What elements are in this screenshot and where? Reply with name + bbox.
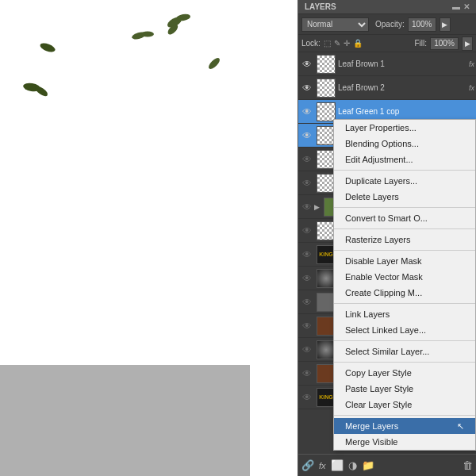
lock-transparent-icon[interactable]: ⬚ — [324, 39, 331, 48]
visibility-toggle[interactable]: 👁 — [300, 224, 314, 238]
layer-item[interactable]: 👁 Leaf Brown 2 fx — [298, 76, 476, 100]
fx-icon[interactable]: fx — [319, 461, 326, 470]
ctx-clear-style[interactable]: Clear Layer Style — [334, 397, 475, 413]
svg-point-3 — [22, 82, 40, 93]
panel-controls-icons: ▬ ✕ — [452, 2, 470, 11]
ctx-duplicate-layers[interactable]: Duplicate Layers... — [334, 173, 475, 189]
cursor-indicator: ↖ — [457, 421, 464, 432]
lock-position-icon[interactable]: ✎ — [334, 39, 340, 48]
folder-arrow-icon[interactable]: ▶ — [314, 203, 320, 211]
ctx-edit-adjustment[interactable]: Edit Adjustment... — [334, 152, 475, 167]
fx-badge: fx — [469, 60, 474, 68]
panel-title: LAYERS — [305, 2, 336, 11]
ctx-divider — [334, 362, 475, 363]
lock-move-icon[interactable]: ✛ — [344, 39, 350, 48]
minimize-icon[interactable]: ▬ — [452, 2, 460, 11]
ctx-merge-visible[interactable]: Merge Visible — [334, 434, 475, 450]
visibility-toggle[interactable]: 👁 — [300, 248, 314, 262]
layer-name: Leaf Green 1 cop — [338, 107, 474, 116]
mask-icon[interactable]: ⬜ — [331, 459, 344, 471]
close-icon[interactable]: ✕ — [463, 2, 470, 11]
ctx-delete-layers[interactable]: Delete Layers — [334, 189, 475, 205]
blend-mode-select[interactable]: Normal — [301, 17, 369, 32]
layer-thumbnail — [317, 79, 336, 98]
visibility-toggle[interactable]: 👁 — [300, 176, 314, 190]
layer-thumbnail — [317, 102, 336, 121]
visibility-toggle[interactable]: 👁 — [300, 367, 314, 381]
ctx-divider — [334, 250, 475, 251]
svg-point-0 — [166, 15, 183, 30]
visibility-toggle[interactable]: 👁 — [300, 152, 314, 167]
ctx-divider — [334, 170, 475, 171]
fx-badge: fx — [469, 84, 474, 92]
ctx-blending-options[interactable]: Blending Options... — [334, 136, 475, 152]
visibility-toggle[interactable]: 👁 — [300, 343, 314, 357]
ctx-divider — [334, 303, 475, 304]
ctx-select-linked[interactable]: Select Linked Laye... — [334, 322, 475, 338]
ctx-divider — [334, 228, 475, 229]
ctx-layer-properties[interactable]: Layer Properties... — [334, 120, 475, 136]
fill-input[interactable] — [430, 37, 459, 50]
visibility-toggle[interactable]: 👁 — [300, 271, 314, 286]
ctx-create-clipping[interactable]: Create Clipping M... — [334, 285, 475, 301]
ctx-merge-layers[interactable]: Merge Layers ↖ — [334, 418, 475, 434]
visibility-toggle[interactable]: 👁 — [300, 105, 314, 119]
opacity-input[interactable] — [408, 17, 436, 32]
visibility-toggle[interactable]: 👁 — [300, 319, 314, 333]
svg-point-7 — [131, 31, 146, 40]
svg-point-1 — [176, 13, 191, 21]
ctx-convert-smart[interactable]: Convert to Smart O... — [334, 210, 475, 226]
svg-point-8 — [141, 32, 154, 37]
ctx-select-similar[interactable]: Select Similar Layer... — [334, 344, 475, 359]
visibility-toggle[interactable]: 👁 — [300, 295, 314, 309]
canvas-bottom — [0, 365, 250, 476]
ctx-divider — [334, 415, 475, 416]
ctx-divider — [334, 207, 475, 208]
lock-label: Lock: — [301, 39, 321, 48]
ctx-disable-layer-mask[interactable]: Disable Layer Mask — [334, 253, 475, 269]
ctx-paste-style[interactable]: Paste Layer Style — [334, 381, 475, 397]
layer-name: Leaf Brown 2 — [338, 83, 467, 92]
visibility-toggle[interactable]: 👁 — [300, 57, 314, 71]
svg-point-2 — [166, 23, 179, 36]
ctx-divider — [334, 340, 475, 341]
lock-all-icon[interactable]: 🔒 — [353, 39, 363, 48]
blend-opacity-row: Normal Opacity: ▶ — [298, 14, 476, 35]
visibility-toggle[interactable]: 👁 — [300, 390, 314, 405]
layer-name: Leaf Brown 1 — [338, 60, 467, 68]
canvas-area — [0, 0, 250, 476]
svg-point-4 — [34, 85, 49, 98]
visibility-toggle[interactable]: 👁 — [300, 129, 314, 143]
context-menu: Layer Properties... Blending Options... … — [333, 119, 476, 451]
opacity-arrow[interactable]: ▶ — [440, 17, 451, 32]
fill-label: Fill: — [414, 39, 427, 48]
ctx-rasterize[interactable]: Rasterize Layers — [334, 232, 475, 248]
fill-arrow[interactable]: ▶ — [462, 36, 473, 51]
panel-bottom-bar: 🔗 fx ⬜ ◑ 📁 🗑 — [298, 454, 476, 476]
link-layers-icon[interactable]: 🔗 — [301, 459, 314, 471]
delete-layer-icon[interactable]: 🗑 — [463, 459, 473, 471]
new-group-icon[interactable]: 📁 — [362, 459, 374, 471]
adjustment-icon[interactable]: ◑ — [348, 459, 357, 471]
svg-point-5 — [207, 56, 221, 71]
svg-point-6 — [39, 41, 56, 53]
layer-item[interactable]: 👁 Leaf Brown 1 fx — [298, 52, 476, 76]
visibility-toggle[interactable]: 👁 — [300, 200, 314, 214]
visibility-toggle[interactable]: 👁 — [300, 81, 314, 95]
ctx-link-layers[interactable]: Link Layers — [334, 306, 475, 322]
opacity-label: Opacity: — [375, 20, 405, 29]
ctx-copy-style[interactable]: Copy Layer Style — [334, 365, 475, 381]
ctx-enable-vector-mask[interactable]: Enable Vector Mask — [334, 269, 475, 285]
layer-thumbnail — [317, 55, 336, 74]
lock-row: Lock: ⬚ ✎ ✛ 🔒 Fill: ▶ — [298, 35, 476, 52]
panel-title-bar: LAYERS ▬ ✕ — [298, 0, 476, 14]
